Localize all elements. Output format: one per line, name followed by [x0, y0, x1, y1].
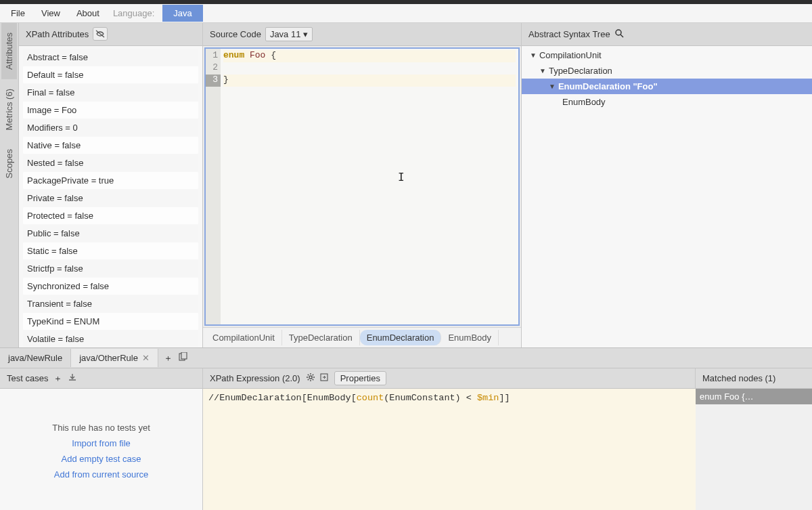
caret-icon: ▼ — [549, 83, 556, 90]
attributes-title: XPath Attributes — [26, 29, 89, 39]
code-line — [223, 62, 516, 75]
search-icon[interactable] — [614, 28, 624, 40]
ast-panel-header: Abstract Syntax Tree — [522, 23, 812, 46]
attribute-row[interactable]: PackagePrivate = true — [23, 172, 198, 189]
line-number: 3 — [206, 75, 221, 87]
caret-icon: ▼ — [530, 51, 537, 59]
ast-title: Abstract Syntax Tree — [528, 29, 610, 39]
add-from-source-link[interactable]: Add from current source — [54, 469, 148, 480]
add-empty-test-link[interactable]: Add empty test case — [62, 454, 141, 464]
code-line: } — [223, 75, 516, 87]
ast-tree: ▼CompilationUnit ▼TypeDeclaration ▼EnumD… — [522, 46, 812, 348]
tab-language-java[interactable]: Java — [162, 5, 202, 22]
chevron-down-icon: ▾ — [303, 29, 308, 39]
attribute-row[interactable]: Nested = false — [23, 154, 198, 171]
line-number: 2 — [206, 62, 218, 75]
no-tests-message: This rule has no tests yet — [52, 423, 150, 433]
menu-language-label: Language: — [108, 5, 160, 22]
attribute-row[interactable]: Default = false — [23, 66, 198, 83]
attribute-row[interactable]: Image = Foo — [23, 102, 198, 119]
vtab-metrics[interactable]: Metrics (6) — [1, 79, 17, 140]
attribute-row[interactable]: Native = false — [23, 137, 198, 154]
matched-nodes-pane: enum Foo {… — [696, 389, 812, 510]
bottom-panes: This rule has no tests yet Import from f… — [0, 389, 812, 510]
svg-point-4 — [309, 376, 311, 379]
attribute-row[interactable]: Abstract = false — [23, 49, 198, 66]
bottom-subheaders: Test cases ＋ XPath Expression (2.0) Prop… — [0, 368, 812, 389]
menu-view[interactable]: View — [33, 5, 68, 22]
source-header: Source Code Java 11 ▾ — [203, 23, 521, 46]
visibility-toggle-icon[interactable] — [93, 27, 108, 41]
rule-tabs: java/NewRule java/OtherRule✕ ＋ — [0, 348, 812, 368]
attribute-row[interactable]: Public = false — [23, 225, 198, 242]
java-version-value: Java 11 — [270, 29, 301, 39]
attribute-row[interactable]: Static = false — [23, 242, 198, 259]
text-cursor-icon: 𝙸 — [398, 171, 405, 184]
attributes-panel-header: XPath Attributes — [19, 23, 202, 46]
test-cases-label: Test cases — [7, 373, 48, 383]
menu-bar: File View About Language: Java — [0, 4, 812, 23]
attribute-row[interactable]: Strictfp = false — [23, 260, 198, 277]
add-test-icon[interactable]: ＋ — [53, 373, 62, 385]
attribute-row[interactable]: Synchronized = false — [23, 278, 198, 295]
source-title: Source Code — [210, 29, 261, 39]
attribute-row[interactable]: Final = false — [23, 84, 198, 101]
code-area[interactable]: enum Foo { } 𝙸 — [221, 49, 518, 325]
code-line: enum Foo { — [223, 50, 516, 62]
xpath-editor[interactable]: //EnumDeclaration[EnumBody[count(EnumCon… — [203, 389, 696, 510]
svg-line-1 — [621, 35, 623, 37]
export-xpath-icon[interactable] — [319, 373, 329, 384]
attribute-row[interactable]: Volatile = false — [23, 331, 198, 347]
bottom-area: java/NewRule java/OtherRule✕ ＋ Test case… — [0, 347, 812, 510]
breadcrumb-item[interactable]: EnumDeclaration — [360, 330, 442, 345]
code-editor[interactable]: 1 2 3 enum Foo { } 𝙸 — [204, 47, 520, 326]
attribute-row[interactable]: Private = false — [23, 190, 198, 207]
svg-point-0 — [616, 30, 621, 35]
source-panel: Source Code Java 11 ▾ 1 2 3 enum Foo { }… — [203, 23, 521, 348]
attribute-list: Abstract = false Default = false Final =… — [19, 46, 202, 348]
menu-file[interactable]: File — [3, 5, 33, 22]
add-rule-icon[interactable]: ＋ — [164, 352, 173, 364]
matched-node-row[interactable]: enum Foo {… — [696, 389, 812, 404]
copy-icon[interactable] — [178, 352, 187, 364]
tree-node[interactable]: ▼TypeDeclaration — [522, 63, 812, 79]
caret-icon: ▼ — [539, 67, 546, 75]
sidebar-vertical-tabs: Attributes Metrics (6) Scopes — [0, 23, 19, 348]
vtab-attributes[interactable]: Attributes — [1, 23, 17, 79]
export-test-icon[interactable] — [68, 373, 77, 384]
svg-rect-3 — [181, 352, 187, 359]
rule-tab[interactable]: java/OtherRule✕ — [71, 349, 158, 367]
attribute-row[interactable]: Transient = false — [23, 295, 198, 312]
line-gutter: 1 2 3 — [206, 49, 221, 325]
line-number: 1 — [206, 50, 218, 62]
tree-node[interactable]: EnumBody — [522, 94, 812, 110]
matched-nodes-label: Matched nodes (1) — [702, 373, 775, 383]
node-breadcrumb: CompilationUnit TypeDeclaration EnumDecl… — [203, 327, 521, 347]
gear-icon[interactable] — [306, 373, 315, 384]
attributes-panel: XPath Attributes Abstract = false Defaul… — [19, 23, 203, 348]
attribute-row[interactable]: TypeKind = ENUM — [23, 313, 198, 330]
java-version-selector[interactable]: Java 11 ▾ — [265, 27, 313, 41]
menu-about[interactable]: About — [68, 5, 108, 22]
breadcrumb-item[interactable]: EnumBody — [441, 330, 499, 345]
import-from-file-link[interactable]: Import from file — [72, 438, 131, 448]
test-cases-pane: This rule has no tests yet Import from f… — [0, 389, 203, 510]
ast-panel: Abstract Syntax Tree ▼CompilationUnit ▼T… — [521, 23, 812, 348]
breadcrumb-item[interactable]: CompilationUnit — [206, 330, 282, 345]
close-icon[interactable]: ✕ — [142, 353, 150, 363]
attribute-row[interactable]: Modifiers = 0 — [23, 119, 198, 136]
tree-node[interactable]: ▼CompilationUnit — [522, 47, 812, 63]
breadcrumb-item[interactable]: TypeDeclaration — [282, 330, 360, 345]
xpath-title: XPath Expression (2.0) — [210, 373, 300, 383]
vtab-scopes[interactable]: Scopes — [1, 140, 17, 188]
rule-tab[interactable]: java/NewRule — [0, 349, 71, 367]
attribute-row[interactable]: Protected = false — [23, 207, 198, 224]
properties-button[interactable]: Properties — [334, 371, 386, 385]
tree-node[interactable]: ▼EnumDeclaration "Foo" — [522, 79, 812, 94]
